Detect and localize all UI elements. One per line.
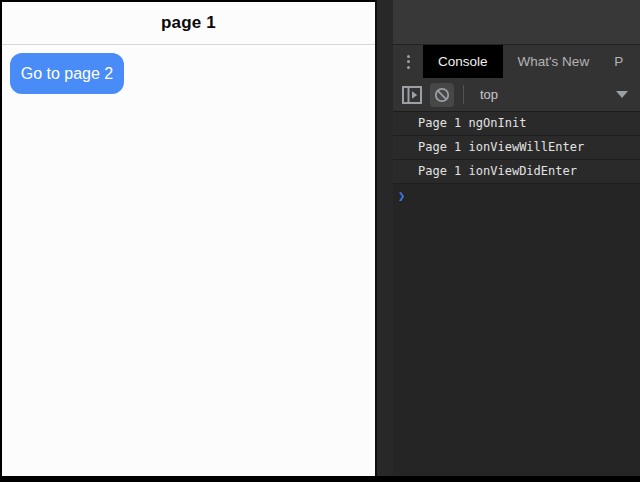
console-message: Page 1 ionViewDidEnter (393, 160, 640, 184)
kebab-menu-icon[interactable] (393, 45, 423, 78)
console-message: Page 1 ngOnInit (393, 112, 640, 136)
devtools-top-band (393, 0, 640, 44)
panel-resize-divider[interactable] (375, 0, 393, 476)
show-console-sidebar-button[interactable] (400, 83, 424, 107)
tab-console[interactable]: Console (423, 45, 503, 78)
app-header: page 1 (2, 2, 375, 45)
dropdown-arrow-icon[interactable] (616, 91, 628, 98)
tab-whats-new[interactable]: What's New (503, 45, 605, 78)
console-toolbar: top (393, 78, 640, 112)
screenshot-root: page 1 Go to page 2 Console What's New P (0, 0, 640, 482)
toolbar-separator (463, 85, 464, 104)
show-console-sidebar-icon (402, 86, 422, 104)
console-message: Page 1 ionViewWillEnter (393, 136, 640, 160)
prompt-chevron-icon: ❯ (398, 189, 405, 203)
page-title: page 1 (161, 13, 216, 33)
devtools-panel: Console What's New P top (393, 0, 640, 476)
devtools-tab-bar: Console What's New P (393, 44, 640, 78)
clear-console-button[interactable] (430, 83, 454, 107)
clear-console-icon (434, 87, 450, 103)
tab-partial[interactable]: P (604, 45, 633, 78)
javascript-context-selector[interactable]: top (480, 87, 498, 102)
go-to-page-2-button[interactable]: Go to page 2 (10, 53, 124, 94)
console-prompt[interactable]: ❯ (393, 184, 640, 208)
app-page: page 1 Go to page 2 (2, 2, 375, 476)
